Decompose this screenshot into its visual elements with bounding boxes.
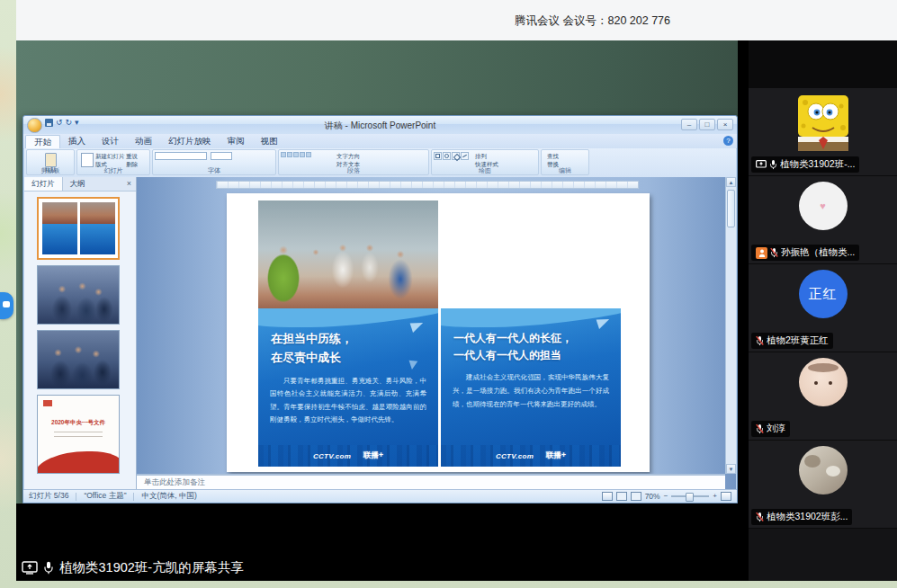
- chat-bubble-icon[interactable]: [0, 292, 13, 319]
- slide-thumbnail[interactable]: [37, 265, 120, 325]
- tab-home[interactable]: 开始: [25, 135, 60, 148]
- slide-thumbnail[interactable]: 2020年中央一号文件: [37, 395, 120, 474]
- zoom-out-icon[interactable]: −: [664, 492, 668, 501]
- numbering-button[interactable]: [287, 152, 292, 157]
- arrange-button[interactable]: 排列: [475, 152, 498, 160]
- ppt-titlebar[interactable]: ↺ ↻ ▾ 讲稿 - Microsoft PowerPoint – □ ×: [23, 116, 737, 134]
- hand-raise-icon: [756, 247, 767, 259]
- mic-muted-icon: [770, 247, 778, 258]
- zoom-slider[interactable]: [671, 495, 709, 497]
- shape-line-icon[interactable]: [461, 152, 469, 160]
- poster-headline: 在尽责中成长: [271, 349, 438, 368]
- tab-review[interactable]: 审阅: [220, 134, 253, 148]
- scrollbar-thumb[interactable]: [727, 190, 735, 227]
- heart-avatar: ♥: [799, 182, 848, 230]
- participant-tile[interactable]: 植物类31902班彭...: [749, 441, 897, 528]
- scroll-down-icon[interactable]: ▼: [726, 464, 736, 474]
- fit-to-window-icon[interactable]: [721, 492, 731, 501]
- bullets-button[interactable]: [281, 152, 286, 157]
- poster-headline: 在担当中历练，: [271, 330, 438, 349]
- desktop: 腾讯会议 会议号：820 202 776 ↺ ↻ ▾ 讲稿 - Microsof…: [0, 0, 897, 588]
- slides-pane: 幻灯片 大纲 × 2020年中央一号文件: [24, 177, 137, 489]
- cctv-logo: CCTV.com: [496, 452, 534, 460]
- restore-button[interactable]: □: [699, 119, 715, 130]
- slide-thumbnail[interactable]: [37, 330, 120, 389]
- pane-tab-outline[interactable]: 大纲: [63, 177, 93, 191]
- participant-tile[interactable]: 刘淳: [749, 352, 897, 440]
- poster-left: 在担当中历练， 在尽责中成长 只要青年都勇挑重担、勇克难关、勇斗风险，中国特色社…: [258, 200, 438, 467]
- meeting-id-text: 腾讯会议 会议号：820 202 776: [515, 13, 670, 29]
- indent-decrease-button[interactable]: [293, 152, 299, 157]
- scroll-up-icon[interactable]: ▲: [726, 177, 736, 187]
- tab-animations[interactable]: 动画: [127, 134, 160, 148]
- zoom-level: 70%: [645, 492, 660, 501]
- initials-avatar: 正红: [799, 270, 848, 318]
- slide-thumbnail-current[interactable]: [37, 197, 120, 260]
- poster-headline: 一代人有一代人的担当: [453, 347, 621, 364]
- participant-tile[interactable]: 正红 植物2班黄正红: [749, 264, 897, 352]
- cctv-logo: CCTV.com: [313, 452, 351, 460]
- tab-view[interactable]: 视图: [253, 134, 286, 148]
- reset-button[interactable]: 重设: [126, 152, 146, 160]
- shape-ellipse-icon[interactable]: [443, 152, 451, 160]
- photo-avatar: [799, 358, 848, 406]
- font-size-select[interactable]: [211, 152, 232, 160]
- minimize-button[interactable]: –: [681, 119, 697, 130]
- shape-diamond-icon[interactable]: [452, 152, 460, 160]
- zoom-in-icon[interactable]: +: [713, 492, 717, 501]
- participant-tile-partial[interactable]: [749, 529, 897, 580]
- group-font: 字体: [152, 149, 276, 175]
- participant-tile[interactable]: 植物类31902班-...: [749, 88, 897, 175]
- red-wave-graphic: [37, 451, 120, 474]
- powerpoint-window[interactable]: ↺ ↻ ▾ 讲稿 - Microsoft PowerPoint – □ × 开始…: [22, 115, 738, 503]
- paper-plane-icon: [597, 316, 612, 329]
- poster-headline: 一代人有一代人的长征，: [453, 330, 621, 347]
- participant-name: 刘淳: [767, 423, 785, 435]
- find-button[interactable]: 查找: [547, 152, 587, 160]
- pane-close-icon[interactable]: ×: [122, 177, 136, 191]
- help-icon[interactable]: ?: [723, 136, 733, 146]
- share-banner: 植物类31902班-亢凯的屏幕共享: [20, 556, 244, 579]
- indent-increase-button[interactable]: [300, 152, 305, 157]
- tab-insert[interactable]: 插入: [60, 134, 94, 148]
- slide-canvas[interactable]: 在担当中历练， 在尽责中成长 只要青年都勇挑重担、勇克难关、勇斗风险，中国特色社…: [227, 193, 650, 472]
- shape-rectangle-icon[interactable]: [434, 152, 442, 160]
- group-clipboard: 粘贴 剪贴板: [26, 149, 75, 175]
- screen-share-icon: [756, 160, 767, 169]
- lianbo-logo: 联播+: [363, 450, 383, 461]
- group-paragraph: 文字方向 对齐文本 转换为 SmartArt 段落: [278, 149, 429, 175]
- poster-right: 一代人有一代人的长征， 一代人有一代人的担当 建成社会主义现代化强国，实现中华民…: [441, 200, 621, 467]
- language-indicator[interactable]: 中文(简体, 中国): [141, 491, 196, 502]
- slideshow-icon[interactable]: [631, 492, 641, 501]
- screen-share-area: ↺ ↻ ▾ 讲稿 - Microsoft PowerPoint – □ × 开始…: [16, 40, 749, 581]
- mic-icon: [769, 159, 777, 170]
- tab-slideshow[interactable]: 幻灯片放映: [160, 134, 220, 148]
- notes-pane[interactable]: 单击此处添加备注: [137, 474, 725, 489]
- meeting-topbar: 腾讯会议 会议号：820 202 776: [16, 0, 897, 41]
- theme-name: “Office 主题”: [84, 491, 126, 502]
- screen-share-icon: [22, 561, 38, 575]
- share-banner-text: 植物类31902班-亢凯的屏幕共享: [59, 559, 244, 576]
- spongebob-avatar: [794, 94, 852, 155]
- font-name-select[interactable]: [155, 152, 207, 160]
- new-slide-button[interactable]: 新建幻灯片: [95, 152, 126, 160]
- participants-sidebar: 植物类31902班-... ♥ 孙振艳（植物类...: [749, 40, 897, 581]
- mic-muted-icon: [756, 423, 764, 434]
- photo-avatar: [799, 446, 848, 494]
- group-editing: 查找 替换 选择 编辑: [541, 149, 589, 175]
- normal-view-icon[interactable]: [602, 492, 613, 501]
- slide-sorter-icon[interactable]: [616, 492, 627, 501]
- horizontal-ruler: [216, 181, 639, 189]
- new-slide-icon[interactable]: [81, 153, 94, 167]
- participant-tile[interactable]: ♥ 孙振艳（植物类...: [749, 176, 897, 263]
- ppt-status-bar: 幻灯片 5/36 “Office 主题” 中文(简体, 中国) 70% − +: [23, 489, 737, 503]
- text-direction-button[interactable]: 文字方向: [336, 152, 379, 160]
- poster-left-photo: [258, 200, 438, 308]
- participant-name: 植物2班黄正红: [767, 334, 829, 347]
- tab-design[interactable]: 设计: [94, 134, 127, 148]
- close-button[interactable]: ×: [717, 119, 733, 130]
- red-flag-graphic: [43, 400, 52, 406]
- vertical-scrollbar[interactable]: ▲ ▼: [725, 177, 736, 474]
- pane-tab-slides[interactable]: 幻灯片: [24, 177, 63, 191]
- line-spacing-button[interactable]: [306, 152, 311, 157]
